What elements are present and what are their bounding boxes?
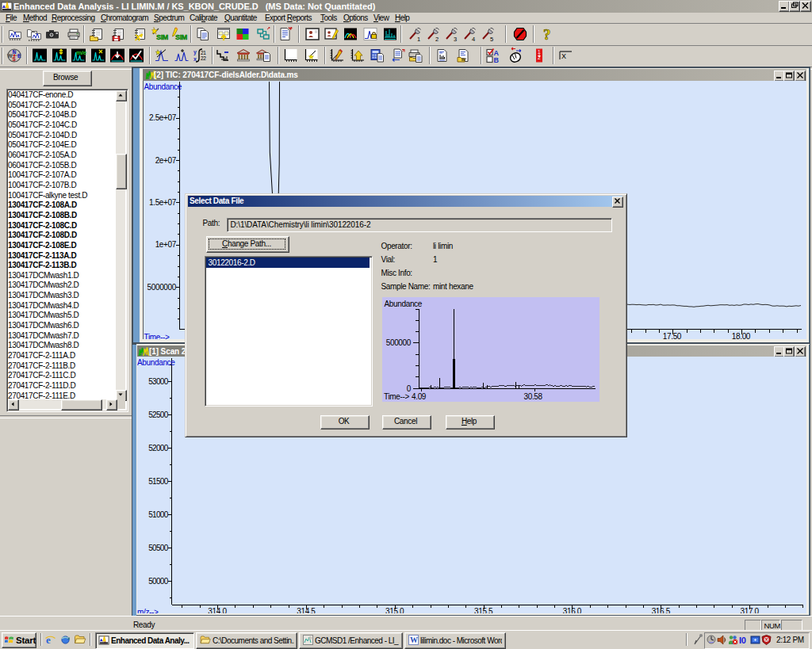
svg-text:N: N bbox=[13, 49, 17, 55]
svg-text:X: X bbox=[561, 52, 566, 60]
svg-text:22: 22 bbox=[201, 55, 206, 61]
svg-text:S: S bbox=[12, 56, 16, 62]
svg-text:4: 4 bbox=[472, 36, 475, 43]
svg-text:2: 2 bbox=[435, 36, 439, 43]
svg-text:SIM: SIM bbox=[156, 33, 168, 41]
svg-text:SIM: SIM bbox=[175, 33, 187, 41]
svg-text:W: W bbox=[7, 53, 13, 59]
svg-text:?: ? bbox=[543, 26, 550, 43]
svg-text:E: E bbox=[17, 53, 21, 59]
svg-text:21: 21 bbox=[201, 50, 206, 55]
svg-text:5: 5 bbox=[490, 36, 493, 43]
svg-text:x: x bbox=[193, 56, 197, 62]
svg-text:B: B bbox=[494, 56, 500, 64]
svg-text:1: 1 bbox=[417, 36, 420, 43]
svg-text:y: y bbox=[193, 49, 197, 55]
svg-text:3: 3 bbox=[454, 36, 457, 43]
svg-text:e: e bbox=[46, 634, 51, 646]
svg-text:m/e: m/e bbox=[76, 49, 87, 56]
svg-text:W: W bbox=[410, 636, 418, 644]
